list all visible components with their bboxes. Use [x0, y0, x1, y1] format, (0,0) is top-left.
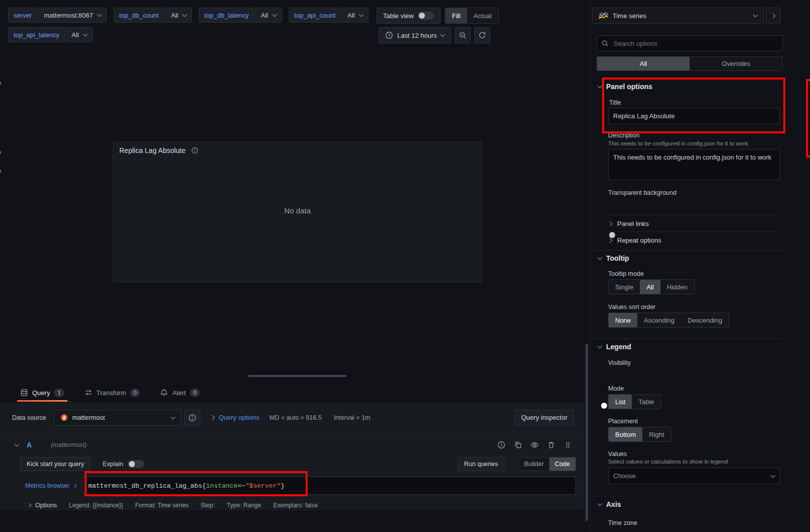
legend-placement-right[interactable]: Right: [642, 427, 671, 441]
variable-value-top-db-latency[interactable]: All: [255, 8, 281, 23]
viz-picker[interactable]: Time series: [592, 8, 764, 24]
metrics-browser-label: Metrics browser: [25, 482, 69, 489]
pane-resize-handle[interactable]: [248, 375, 346, 377]
query-options-toggle[interactable]: Query options: [210, 414, 259, 421]
legend-placement-bottom[interactable]: Bottom: [609, 427, 642, 441]
panel-description-textarea[interactable]: This needs to be configured in config.js…: [608, 149, 780, 180]
datasource-help-button[interactable]: [184, 410, 200, 426]
zoom-out-button[interactable]: [455, 27, 471, 43]
filter-tab-overrides[interactable]: Overrides: [690, 57, 782, 70]
query-inspector-button[interactable]: Query inspector: [514, 410, 574, 426]
options-sidebar: Time series All Overrides Panel option: [592, 0, 810, 532]
fill-option[interactable]: Fill: [446, 8, 467, 23]
tab-query[interactable]: Query 1: [20, 384, 64, 402]
tooltip-mode-all[interactable]: All: [640, 280, 660, 294]
legend-section-header[interactable]: Legend: [598, 343, 631, 351]
query-ref-id[interactable]: A: [27, 441, 32, 449]
explain-toggle-group: Explain: [103, 460, 144, 468]
legend-header-label: Legend: [606, 343, 631, 351]
builder-code-switch: Builder Code: [518, 457, 576, 471]
table-view-toggle[interactable]: [418, 12, 434, 20]
repeat-options-row[interactable]: Repeat options: [608, 232, 780, 248]
sort-ascending[interactable]: Ascending: [637, 313, 681, 327]
refresh-button[interactable]: [474, 27, 490, 43]
search-icon: [602, 40, 609, 47]
chevron-down-icon: [83, 32, 88, 37]
datasource-picker[interactable]: mattermost: [54, 410, 181, 426]
run-queries-button[interactable]: Run queries: [458, 457, 504, 471]
query-row-actions: [497, 441, 572, 449]
collapse-query-chevron-icon[interactable]: [15, 442, 20, 447]
legend-values-select[interactable]: Choose: [608, 468, 780, 484]
axis-section-header[interactable]: Axis: [598, 500, 621, 508]
metrics-browser-button[interactable]: Metrics browser: [25, 482, 76, 489]
type-summary: Type: Range: [227, 502, 261, 509]
collapse-options-pane-button[interactable]: [766, 8, 780, 24]
legend-summary: Legend: {{instance}}: [69, 502, 123, 509]
code-option[interactable]: Code: [549, 458, 575, 471]
grafana-panel-editor: l a b a server mattermost:8067 top_db_co…: [0, 0, 810, 532]
scrollbar-thumb[interactable]: [585, 344, 588, 521]
variable-value-top-db-count[interactable]: All: [165, 8, 191, 23]
time-range-picker[interactable]: Last 12 hours: [379, 27, 451, 43]
legend-mode-list[interactable]: List: [609, 395, 632, 409]
axis-header-label: Axis: [606, 500, 621, 508]
kick-start-query-button[interactable]: Kick start your query: [20, 457, 91, 471]
values-sort-order-label: Values sort order: [608, 303, 655, 311]
clock-icon: [385, 31, 393, 39]
toggle-visibility-icon[interactable]: [531, 441, 539, 449]
panel-title-input[interactable]: [608, 108, 780, 124]
variable-value-text: All: [171, 12, 178, 19]
promql-brace-token: {: [202, 482, 206, 490]
drag-handle-icon[interactable]: [564, 441, 572, 449]
tab-query-label: Query: [32, 389, 50, 397]
tooltip-section-header[interactable]: Tooltip: [598, 254, 629, 262]
time-series-chart-icon: [599, 12, 609, 19]
builder-option[interactable]: Builder: [519, 458, 549, 471]
interval-summary: Interval = 1m: [334, 414, 371, 421]
variable-value-top-api-count[interactable]: All: [342, 8, 368, 23]
sort-none[interactable]: None: [609, 313, 637, 327]
panel-title: Replica Lag Absolute: [119, 146, 186, 155]
variable-server: server mattermost:8067: [8, 8, 107, 23]
actual-option[interactable]: Actual: [467, 8, 498, 23]
legend-visibility-label: Visibility: [608, 359, 631, 366]
query-code-row: Metrics browser mattermost_db_replica_la…: [0, 477, 584, 495]
tooltip-mode-hidden[interactable]: Hidden: [660, 280, 694, 294]
query-ref-datasource: (mattermost): [51, 441, 87, 448]
promql-string-token: "$server": [245, 482, 280, 490]
time-controls: Last 12 hours: [379, 27, 490, 43]
refresh-icon: [478, 31, 486, 39]
tab-alert[interactable]: Alert 0: [160, 384, 200, 402]
tab-query-count: 1: [54, 389, 64, 397]
panel-options-section-header[interactable]: Panel options: [598, 83, 652, 91]
filter-tab-all[interactable]: All: [597, 57, 690, 70]
explain-toggle[interactable]: [128, 460, 144, 468]
promql-code-input[interactable]: mattermost_db_replica_lag_abs{instance=~…: [83, 477, 576, 495]
variable-value-server[interactable]: mattermost:8067: [38, 8, 107, 23]
panel-options-header-label: Panel options: [606, 83, 652, 91]
search-options-input[interactable]: [613, 39, 778, 48]
panel-header[interactable]: Replica Lag Absolute: [113, 142, 482, 159]
explain-label: Explain: [103, 461, 123, 468]
tab-transform[interactable]: Transform 0: [85, 384, 140, 402]
panel-links-row[interactable]: Panel links: [608, 215, 780, 232]
section-divider: [592, 250, 783, 251]
query-help-icon[interactable]: [497, 441, 505, 449]
variable-value-top-api-latency[interactable]: All: [66, 27, 92, 42]
chevron-down-icon: [771, 473, 776, 478]
duplicate-query-icon[interactable]: [514, 441, 522, 449]
table-view-label: Table view: [383, 12, 414, 20]
legend-mode-group: List Table: [608, 394, 661, 409]
chevron-right-icon: [72, 484, 77, 488]
tooltip-mode-single[interactable]: Single: [609, 280, 640, 294]
delete-query-icon[interactable]: [547, 441, 555, 449]
zoom-out-icon: [459, 31, 467, 39]
section-divider: [592, 496, 783, 496]
viz-picker-row: Time series: [592, 8, 780, 24]
options-collapse-toggle[interactable]: Options: [28, 502, 57, 509]
variables-row-1: server mattermost:8067 top_db_count All …: [8, 8, 376, 23]
legend-mode-table[interactable]: Table: [632, 395, 660, 409]
sort-descending[interactable]: Descending: [681, 313, 729, 327]
description-textarea-wrap: This needs to be configured in config.js…: [608, 149, 810, 182]
